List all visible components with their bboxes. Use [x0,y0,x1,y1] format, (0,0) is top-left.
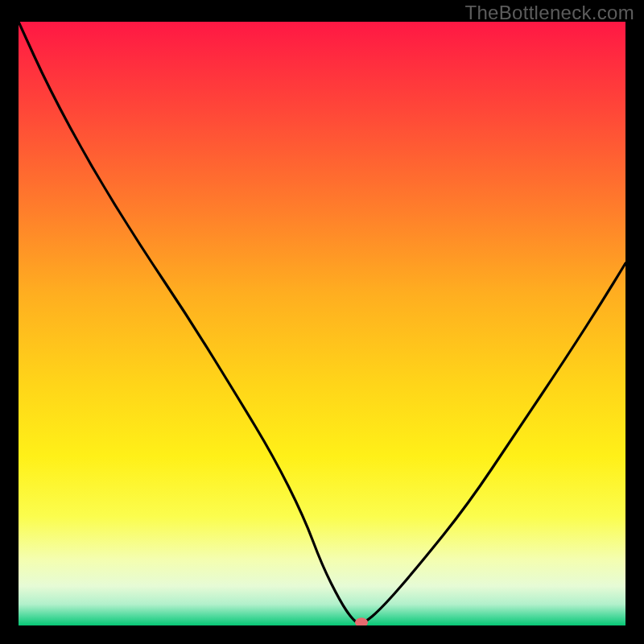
bottleneck-chart [19,22,625,625]
chart-frame: TheBottleneck.com [0,0,644,644]
plot-area [19,22,625,625]
gradient-background [19,22,625,625]
watermark-text: TheBottleneck.com [464,2,634,24]
